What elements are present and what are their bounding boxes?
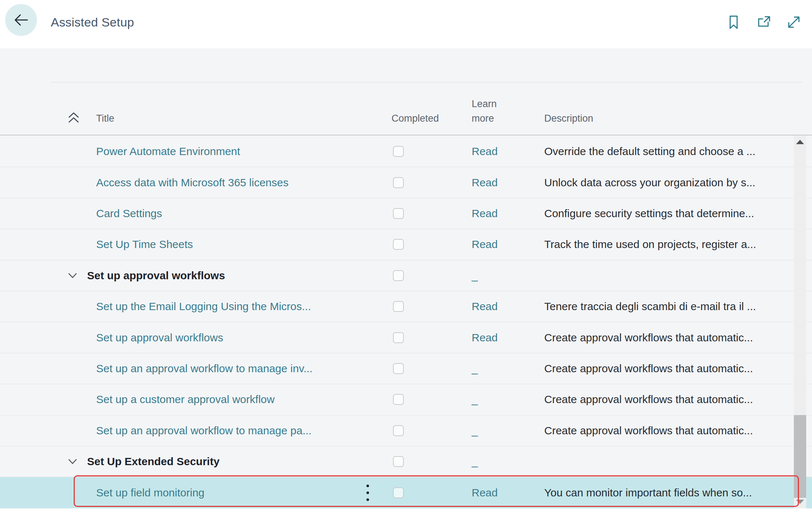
setup-title-link[interactable]: Card Settings <box>96 207 162 220</box>
bookmark-icon[interactable] <box>725 13 742 31</box>
completed-checkbox[interactable] <box>393 394 404 405</box>
completed-checkbox[interactable] <box>393 425 404 436</box>
expand-icon[interactable] <box>785 13 803 31</box>
table-row[interactable]: Set up a customer approval workflow _ Cr… <box>0 384 812 415</box>
completed-checkbox[interactable] <box>393 239 404 250</box>
setup-title-link[interactable]: Set up approval workflows <box>96 332 223 344</box>
learn-more-placeholder: _ <box>472 269 478 282</box>
chevron-down-icon[interactable] <box>65 454 80 469</box>
back-button[interactable] <box>5 4 37 36</box>
grid-rows: Power Automate Environment Read Override… <box>0 136 812 508</box>
description-text: Create approval workflows that automatic… <box>544 393 793 406</box>
completed-checkbox[interactable] <box>393 270 404 281</box>
table-row[interactable]: Set up an approval workflow to manage in… <box>0 353 812 384</box>
learn-more-link[interactable]: Read <box>472 207 498 220</box>
completed-checkbox[interactable] <box>393 208 404 219</box>
table-row-selected[interactable]: Set up field monitoring Read You can mon… <box>0 477 812 508</box>
setup-title-link[interactable]: Set up an approval workflow to manage pa… <box>96 424 312 437</box>
completed-checkbox[interactable] <box>393 301 404 312</box>
description-text: Configure security settings that determi… <box>544 207 793 220</box>
learn-more-placeholder: _ <box>472 393 478 406</box>
table-row[interactable]: Card Settings Read Configure security se… <box>0 198 812 229</box>
completed-checkbox[interactable] <box>393 332 404 343</box>
back-arrow-icon <box>12 11 30 29</box>
row-menu-icon[interactable] <box>364 482 371 503</box>
description-text: Track the time used on projects, registe… <box>544 238 793 251</box>
description-text: Create approval workflows that automatic… <box>544 424 793 437</box>
completed-checkbox[interactable] <box>393 177 404 188</box>
grid-header-row: Title Completed Learn more Description <box>0 82 812 135</box>
group-title[interactable]: Set Up Extended Security <box>87 455 220 468</box>
scrollbar-thumb[interactable] <box>794 415 806 498</box>
action-toolbar: ⚙⚙ Start Setup ? General Videos <box>0 48 812 82</box>
learn-more-placeholder: _ <box>472 424 478 437</box>
column-header-completed[interactable]: Completed <box>391 113 439 124</box>
learn-more-placeholder: _ <box>472 455 478 468</box>
table-row[interactable]: Set Up Time Sheets Read Track the time u… <box>0 229 812 260</box>
learn-more-link[interactable]: Read <box>472 332 498 344</box>
learn-more-link[interactable]: Read <box>472 300 498 313</box>
setup-title-link[interactable]: Power Automate Environment <box>96 145 240 158</box>
description-text: Unlock data across your organization by … <box>544 176 793 189</box>
table-row-group[interactable]: Set up approval workflows _ <box>0 260 812 291</box>
scroll-down-icon[interactable] <box>796 500 804 504</box>
column-header-title[interactable]: Title <box>96 113 114 124</box>
setup-title-link[interactable]: Set up field monitoring <box>96 487 205 499</box>
group-title[interactable]: Set up approval workflows <box>87 269 225 282</box>
completed-checkbox[interactable] <box>393 146 404 157</box>
completed-checkbox[interactable] <box>393 363 404 374</box>
open-in-new-window-icon[interactable] <box>755 13 773 31</box>
table-row[interactable]: Set up an approval workflow to manage pa… <box>0 415 812 446</box>
setup-title-link[interactable]: Set up a customer approval workflow <box>96 393 275 406</box>
setup-title-link[interactable]: Set Up Time Sheets <box>96 238 193 251</box>
scroll-up-icon[interactable] <box>796 140 804 144</box>
column-header-description[interactable]: Description <box>544 113 593 124</box>
description-text: Override the default setting and choose … <box>544 145 793 158</box>
setup-title-link[interactable]: Access data with Microsoft 365 licenses <box>96 176 288 189</box>
completed-checkbox[interactable] <box>393 487 404 498</box>
completed-checkbox[interactable] <box>393 456 404 467</box>
page-title: Assisted Setup <box>51 15 134 29</box>
vertical-scrollbar[interactable] <box>794 135 806 508</box>
table-row[interactable]: Set up the Email Logging Using the Micro… <box>0 291 812 322</box>
learn-more-link[interactable]: Read <box>472 145 498 158</box>
learn-more-placeholder: _ <box>472 362 478 375</box>
learn-more-link[interactable]: Read <box>472 238 498 251</box>
table-row[interactable]: Power Automate Environment Read Override… <box>0 136 812 167</box>
setup-list: Title Completed Learn more Description P… <box>0 82 812 508</box>
description-text: Create approval workflows that automatic… <box>544 362 793 375</box>
page-header: Assisted Setup <box>0 0 812 48</box>
description-text: You can monitor important fields when so… <box>544 487 793 499</box>
description-text: Tenere traccia degli scambi di e-mail tr… <box>544 300 793 313</box>
table-row[interactable]: Access data with Microsoft 365 licenses … <box>0 167 812 198</box>
setup-title-link[interactable]: Set up an approval workflow to manage in… <box>96 362 312 375</box>
column-header-learn-more[interactable]: more <box>472 113 494 124</box>
description-text: Create approval workflows that automatic… <box>544 332 793 344</box>
collapse-all-icon[interactable] <box>65 109 82 126</box>
column-header-learn-more[interactable]: Learn <box>472 98 497 110</box>
table-row[interactable]: Set up approval workflows Read Create ap… <box>0 322 812 353</box>
learn-more-link[interactable]: Read <box>472 176 498 189</box>
table-row-group[interactable]: Set Up Extended Security _ <box>0 446 812 477</box>
learn-more-link[interactable]: Read <box>472 487 498 499</box>
setup-title-link[interactable]: Set up the Email Logging Using the Micro… <box>96 300 311 313</box>
chevron-down-icon[interactable] <box>65 268 80 283</box>
